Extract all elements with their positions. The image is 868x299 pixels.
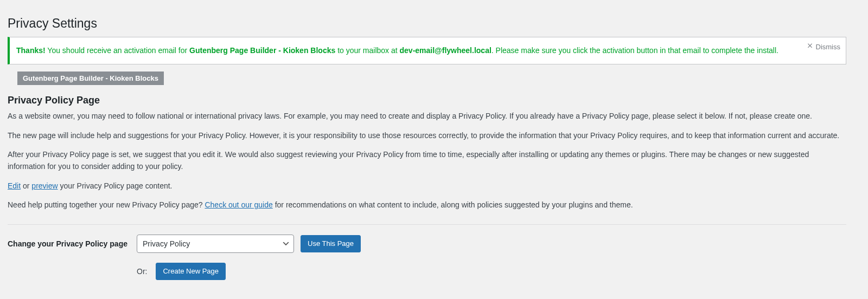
- plugin-badge: Gutenberg Page Builder - Kioken Blocks: [17, 72, 164, 85]
- notice-text-3: . Please make sure you click the activat…: [492, 46, 778, 55]
- edit-link[interactable]: Edit: [8, 181, 21, 190]
- help-prefix: Need help putting together your new Priv…: [8, 200, 205, 209]
- help-suffix: for recommendations on what content to i…: [273, 200, 633, 209]
- create-new-page-button[interactable]: Create New Page: [156, 263, 226, 280]
- notice-text: Thanks! You should receive an activation…: [16, 44, 839, 57]
- notice-email: dev-email@flywheel.local: [400, 46, 492, 55]
- help-line: Need help putting together your new Priv…: [8, 199, 846, 211]
- privacy-page-select[interactable]: Privacy Policy: [137, 235, 294, 253]
- divider: [8, 224, 846, 225]
- close-icon: [806, 42, 814, 52]
- section-title: Privacy Policy Page: [8, 95, 846, 106]
- notice-text-1: You should receive an activation email f…: [46, 46, 189, 55]
- use-this-page-button[interactable]: Use This Page: [301, 235, 361, 252]
- edit-preview-line: Edit or preview your Privacy Policy page…: [8, 180, 846, 192]
- notice-thanks: Thanks!: [16, 46, 46, 55]
- notice-text-2: to your mailbox at: [335, 46, 399, 55]
- preview-link[interactable]: preview: [31, 181, 58, 190]
- edit-suffix: your Privacy Policy page content.: [58, 181, 173, 190]
- intro-paragraph-2: The new page will include help and sugge…: [8, 130, 846, 142]
- page-title: Privacy Settings: [8, 11, 846, 34]
- form-label: Change your Privacy Policy page: [8, 235, 137, 249]
- or-label: Or:: [137, 267, 147, 276]
- notice-plugin-name: Gutenberg Page Builder - Kioken Blocks: [189, 46, 335, 55]
- intro-paragraph-1: As a website owner, you may need to foll…: [8, 110, 846, 122]
- activation-notice: Thanks! You should receive an activation…: [8, 37, 846, 64]
- dismiss-label: Dismiss: [816, 43, 841, 51]
- or-separator: or: [21, 181, 31, 190]
- dismiss-button[interactable]: Dismiss: [806, 42, 841, 52]
- intro-paragraph-3: After your Privacy Policy page is set, w…: [8, 149, 846, 172]
- guide-link[interactable]: Check out our guide: [205, 200, 272, 209]
